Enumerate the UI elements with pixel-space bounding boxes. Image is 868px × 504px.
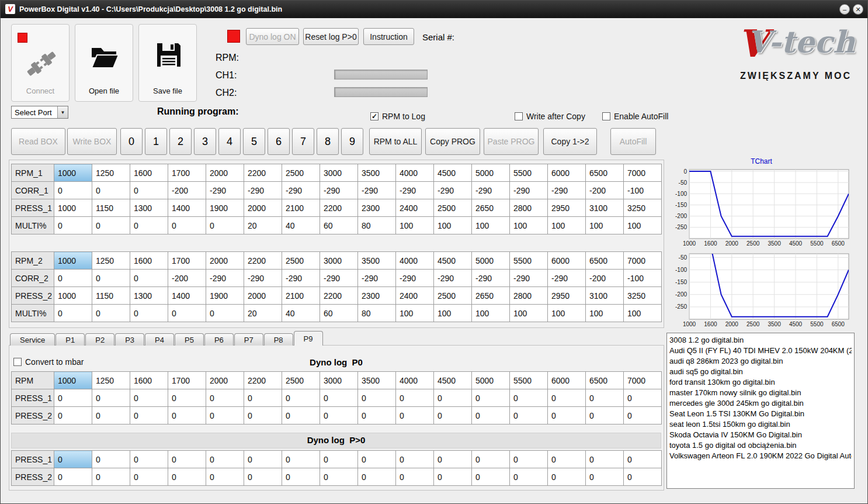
grid-cell[interactable]: 0 <box>358 389 396 407</box>
grid-cell[interactable]: 0 <box>54 389 92 407</box>
grid-cell[interactable]: -290 <box>548 182 586 199</box>
grid-cell[interactable]: 0 <box>168 389 206 407</box>
grid-cell[interactable]: 4500 <box>434 372 472 389</box>
grid-cell[interactable]: 100 <box>624 305 662 322</box>
tab-p8[interactable]: P8 <box>264 333 293 346</box>
tab-p1[interactable]: P1 <box>55 333 85 346</box>
grid-cell[interactable]: 0 <box>54 451 92 468</box>
select-port-dropdown[interactable]: Select Port ▼ <box>11 106 68 119</box>
grid-cell[interactable]: 4000 <box>396 372 434 389</box>
grid-cell[interactable]: -290 <box>396 270 434 287</box>
grid-cell[interactable]: 100 <box>586 305 624 322</box>
grid-cell[interactable]: 0 <box>282 451 320 468</box>
grid-cell[interactable]: 3500 <box>358 252 396 270</box>
grid-cell[interactable]: 0 <box>624 407 662 424</box>
grid-cell[interactable]: 6500 <box>586 252 624 270</box>
grid-cell[interactable]: -100 <box>624 182 662 199</box>
grid-cell[interactable]: 2650 <box>472 287 510 305</box>
grid-cell[interactable]: 2000 <box>244 199 282 217</box>
grid-cell[interactable]: 1900 <box>206 287 244 305</box>
grid-cell[interactable]: 1250 <box>92 252 130 270</box>
grid-cell[interactable]: 5000 <box>472 164 510 182</box>
grid-cell[interactable]: 0 <box>54 217 92 234</box>
grid-cell[interactable]: 7000 <box>624 252 662 270</box>
enable-autofill-checkbox[interactable]: Enable AutoFill <box>602 112 668 121</box>
grid-cell[interactable]: 1300 <box>130 199 168 217</box>
grid-cell[interactable]: 1000 <box>54 287 92 305</box>
grid-cell[interactable]: 4000 <box>396 164 434 182</box>
grid-cell[interactable]: 100 <box>586 217 624 234</box>
grid-cell[interactable]: 2400 <box>396 199 434 217</box>
autofill-button[interactable]: AutoFill <box>610 128 656 155</box>
file-list-item[interactable]: Skoda Octavia IV 150KM Go Digital.bin <box>669 430 852 440</box>
grid-cell[interactable]: 0 <box>168 468 206 486</box>
grid-cell[interactable]: 0 <box>92 305 130 322</box>
grid-cell[interactable]: 0 <box>434 407 472 424</box>
grid-cell[interactable]: 100 <box>396 305 434 322</box>
grid-cell[interactable]: 2200 <box>320 199 358 217</box>
grid-cell[interactable]: 1700 <box>168 372 206 389</box>
write-box-button[interactable]: Write BOX <box>67 128 117 155</box>
grid-cell[interactable]: 2200 <box>244 372 282 389</box>
grid-cell[interactable]: 0 <box>396 389 434 407</box>
grid-cell[interactable]: -290 <box>282 270 320 287</box>
grid-cell[interactable]: 0 <box>548 468 586 486</box>
grid-cell[interactable]: 1000 <box>54 252 92 270</box>
digit-7-button[interactable]: 7 <box>292 128 314 155</box>
grid-cell[interactable]: 0 <box>282 389 320 407</box>
grid-cell[interactable]: 1700 <box>168 164 206 182</box>
grid-cell[interactable]: 2800 <box>510 287 548 305</box>
grid-cell[interactable]: 5500 <box>510 372 548 389</box>
grid-cell[interactable]: 6500 <box>586 372 624 389</box>
grid-cell[interactable]: 0 <box>510 451 548 468</box>
grid-cell[interactable]: 100 <box>434 305 472 322</box>
grid-cell[interactable]: 1600 <box>130 164 168 182</box>
file-list-item[interactable]: 3008 1.2 go digital.bin <box>669 335 852 346</box>
grid-cell[interactable]: 1150 <box>92 287 130 305</box>
file-list-item[interactable]: audi sq5 go digital.bin <box>669 367 852 377</box>
grid-cell[interactable]: 2300 <box>358 287 396 305</box>
grid-cell[interactable]: 3100 <box>586 199 624 217</box>
grid-cell[interactable]: 1900 <box>206 199 244 217</box>
grid-cell[interactable]: 40 <box>282 217 320 234</box>
grid-cell[interactable]: 2000 <box>206 164 244 182</box>
grid-cell[interactable]: 0 <box>472 389 510 407</box>
file-list-item[interactable]: Audi Q5 II (FY FL) 40 TDI MHEV 2.0 150kW… <box>669 346 852 356</box>
read-box-button[interactable]: Read BOX <box>11 128 65 155</box>
grid-cell[interactable]: 0 <box>92 468 130 486</box>
grid-cell[interactable]: 0 <box>92 182 130 199</box>
grid-cell[interactable]: 0 <box>168 407 206 424</box>
grid-cell[interactable]: 0 <box>586 451 624 468</box>
grid-cell[interactable]: 0 <box>472 468 510 486</box>
grid-cell[interactable]: 1300 <box>130 287 168 305</box>
grid-cell[interactable]: 0 <box>624 389 662 407</box>
grid-cell[interactable]: 0 <box>548 407 586 424</box>
grid-cell[interactable]: 0 <box>510 389 548 407</box>
save-file-button[interactable]: Save file <box>138 24 197 102</box>
digit-6-button[interactable]: 6 <box>268 128 290 155</box>
file-list-item[interactable]: Seat Leon 1.5 TSI 130KM Go Digital.bin <box>669 409 852 419</box>
grid-cell[interactable]: 7000 <box>624 372 662 389</box>
grid-cell[interactable]: 4000 <box>396 252 434 270</box>
digit-0-button[interactable]: 0 <box>120 128 143 155</box>
digit-2-button[interactable]: 2 <box>169 128 192 155</box>
file-list-item[interactable]: master 170km nowy silnik go digital.bin <box>669 388 852 398</box>
open-file-button[interactable]: Open file <box>75 24 133 102</box>
grid-cell[interactable]: 1600 <box>130 372 168 389</box>
grid-cell[interactable]: 0 <box>244 468 282 486</box>
rpm-to-all-button[interactable]: RPM to ALL <box>369 128 422 155</box>
grid-cell[interactable]: 2400 <box>396 287 434 305</box>
grid-cell[interactable]: 0 <box>168 217 206 234</box>
file-list[interactable]: 3008 1.2 go digital.binAudi Q5 II (FY FL… <box>666 333 855 489</box>
grid-cell[interactable]: -290 <box>510 182 548 199</box>
grid-cell[interactable]: 5000 <box>472 252 510 270</box>
grid-cell[interactable]: 1250 <box>92 372 130 389</box>
grid-cell[interactable]: -200 <box>586 270 624 287</box>
grid-cell[interactable]: -290 <box>472 270 510 287</box>
grid-cell[interactable]: 6000 <box>548 164 586 182</box>
grid-cell[interactable]: 0 <box>168 451 206 468</box>
grid-cell[interactable]: 100 <box>510 305 548 322</box>
grid-cell[interactable]: 0 <box>396 468 434 486</box>
grid-cell[interactable]: 60 <box>320 305 358 322</box>
grid-cell[interactable]: 6500 <box>586 164 624 182</box>
